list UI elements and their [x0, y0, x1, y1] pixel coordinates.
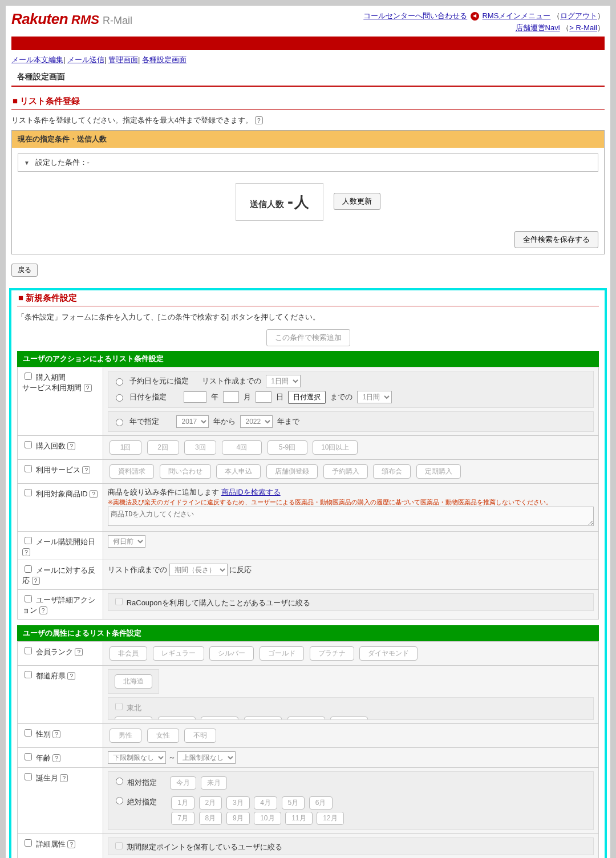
service-pill[interactable]: 店舗側登録 [266, 464, 318, 479]
help-icon[interactable] [52, 730, 60, 738]
month-pill[interactable]: 3月 [226, 796, 250, 810]
racoupon-checkbox[interactable] [115, 598, 123, 605]
help-icon[interactable] [22, 548, 30, 556]
rel-month-pill[interactable]: 来月 [201, 776, 227, 790]
rank-pill[interactable]: 非会員 [110, 646, 147, 661]
mail-start-checkbox[interactable] [25, 537, 32, 544]
product-id-textarea[interactable] [108, 507, 594, 526]
pref-pill[interactable]: 山形県 [287, 717, 325, 720]
add-condition-button[interactable]: この条件で検索追加 [266, 329, 350, 346]
user-detail-checkbox[interactable] [25, 595, 32, 602]
month-pill[interactable]: 7月 [171, 812, 194, 825]
gender-pill[interactable]: 女性 [147, 729, 179, 743]
service-pill[interactable]: 問い合わせ [160, 464, 211, 479]
help-icon[interactable] [32, 577, 40, 585]
help-icon[interactable] [52, 754, 60, 762]
day-input[interactable] [256, 391, 271, 403]
rank-pill[interactable]: レギュラー [153, 646, 204, 661]
month-pill[interactable]: 6月 [309, 796, 333, 810]
back-button[interactable]: 戻る [11, 264, 38, 277]
help-icon[interactable] [75, 648, 83, 656]
count-pill[interactable]: 4回 [222, 440, 262, 455]
period-select-2[interactable]: 1日間 [357, 391, 392, 403]
month-pill[interactable]: 9月 [226, 812, 250, 825]
pref-pill[interactable]: 北海道 [115, 674, 152, 689]
update-count-button[interactable]: 人数更新 [334, 193, 380, 210]
month-pill[interactable]: 11月 [285, 812, 312, 825]
rank-pill[interactable]: シルバー [209, 646, 254, 661]
service-checkbox[interactable] [25, 465, 32, 472]
help-icon[interactable] [84, 384, 92, 392]
service-pill[interactable]: 本人申込 [216, 464, 261, 479]
count-pill[interactable]: 2回 [147, 440, 179, 455]
pref-pill[interactable]: 青森県 [115, 717, 152, 720]
date-radio[interactable] [116, 394, 123, 402]
month-pill[interactable]: 12月 [317, 812, 343, 825]
product-id-checkbox[interactable] [25, 489, 32, 496]
month-pill[interactable]: 10月 [254, 812, 281, 825]
rmail-link[interactable]: > R-Mail [569, 23, 597, 32]
mail-start-select[interactable]: 何日前 [108, 535, 145, 548]
rank-pill[interactable]: ゴールド [260, 646, 304, 661]
month-pill[interactable]: 2月 [199, 796, 222, 810]
month-input[interactable] [223, 391, 239, 403]
tohoku-checkbox[interactable] [115, 703, 123, 710]
help-icon[interactable] [67, 442, 75, 450]
age-max-select[interactable]: 上限制限なし [177, 751, 236, 764]
year-from-select[interactable]: 2017 [176, 415, 209, 428]
month-pill[interactable]: 8月 [199, 812, 222, 825]
bc-mail-send[interactable]: メール送信 [67, 55, 104, 64]
help-icon[interactable] [67, 840, 75, 848]
call-center-link[interactable]: コールセンターへ問い合わせる [363, 11, 467, 20]
pref-pill[interactable]: 岩手県 [158, 717, 196, 720]
help-icon[interactable] [60, 774, 68, 782]
mail-react-checkbox[interactable] [25, 565, 32, 573]
pref-pill[interactable]: 福島県 [330, 717, 368, 720]
gender-pill[interactable]: 男性 [110, 729, 141, 743]
period-select[interactable]: 1日間 [266, 375, 301, 387]
month-pill[interactable]: 4月 [254, 796, 277, 810]
service-pill[interactable]: 頒布会 [373, 464, 411, 479]
help-icon[interactable] [67, 672, 75, 680]
help-icon[interactable] [255, 116, 263, 124]
help-icon[interactable] [82, 466, 90, 474]
product-search-link[interactable]: 商品IDを検索する [221, 488, 281, 496]
save-all-button[interactable]: 全件検索を保存する [514, 231, 598, 248]
cond-box[interactable]: ▼ 設定した条件：- [18, 153, 598, 172]
gender-checkbox[interactable] [25, 729, 32, 736]
rank-pill[interactable]: ダイヤモンド [359, 646, 418, 661]
purchase-count-checkbox[interactable] [25, 441, 32, 448]
store-navi-link[interactable]: 店舗運営Navi [516, 23, 560, 32]
rank-checkbox[interactable] [25, 647, 32, 654]
age-checkbox[interactable] [25, 753, 32, 760]
absolute-radio[interactable] [116, 797, 123, 804]
detail-attr-checkbox[interactable] [25, 839, 32, 847]
count-pill[interactable]: 1回 [110, 440, 141, 455]
rel-month-pill[interactable]: 今月 [170, 776, 196, 790]
pref-pill[interactable]: 秋田県 [244, 717, 282, 720]
count-pill[interactable]: 5-9回 [268, 440, 307, 455]
count-pill[interactable]: 3回 [184, 440, 216, 455]
service-pill[interactable]: 予約購入 [323, 464, 368, 479]
relative-radio[interactable] [116, 778, 123, 785]
reserve-radio[interactable] [116, 378, 123, 386]
service-pill[interactable]: 資料請求 [110, 464, 154, 479]
gender-pill[interactable]: 不明 [184, 729, 216, 743]
purchase-period-checkbox[interactable] [25, 373, 32, 380]
birth-checkbox[interactable] [25, 773, 32, 780]
service-pill[interactable]: 定期購入 [416, 464, 461, 479]
main-menu-link[interactable]: RMSメインメニュー [482, 11, 550, 20]
limited-point-checkbox[interactable] [115, 842, 123, 849]
month-pill[interactable]: 5月 [282, 796, 305, 810]
logout-link[interactable]: ログアウト [560, 11, 597, 20]
pref-checkbox[interactable] [25, 671, 32, 678]
bc-settings[interactable]: 各種設定画面 [142, 55, 187, 64]
mail-react-select[interactable]: 期間（長さ） [169, 564, 228, 576]
age-min-select[interactable]: 下限制限なし [108, 751, 166, 764]
bc-mail-edit[interactable]: メール本文編集 [11, 55, 63, 64]
help-icon[interactable] [90, 490, 98, 498]
date-pick-button[interactable]: 日付選択 [288, 391, 326, 404]
help-icon[interactable] [39, 606, 47, 614]
year-range-radio[interactable] [116, 419, 123, 426]
rank-pill[interactable]: プラチナ [310, 646, 354, 661]
